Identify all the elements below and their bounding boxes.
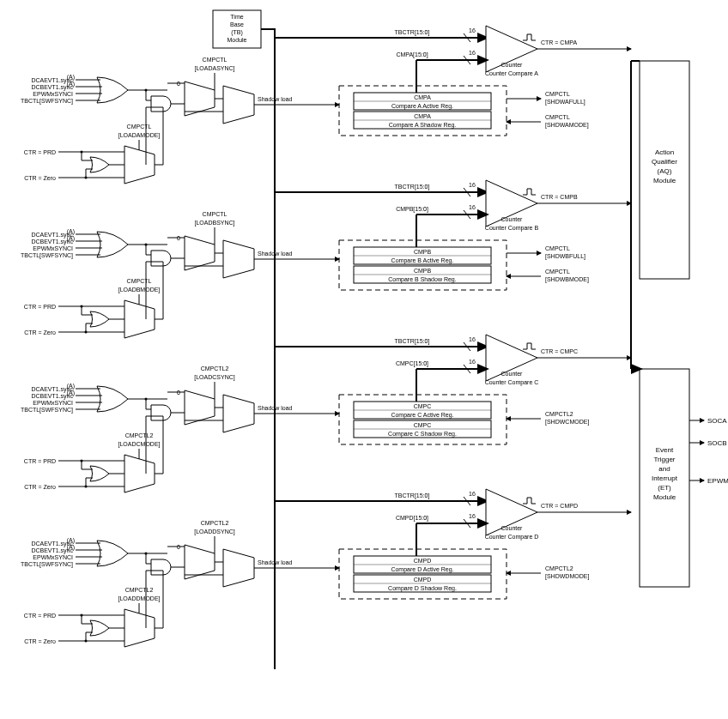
or-gate-lower: [90, 157, 109, 172]
ctrl2-line2: [SHDWAMODE]: [545, 122, 589, 129]
mux-sync: [185, 390, 215, 425]
ctr-zero-label: CTR = Zero: [24, 484, 56, 490]
active-bottom: Compare B Active Reg.: [391, 257, 454, 264]
ctrl2-line1: CMPCTL: [545, 269, 570, 275]
ctrl1-line2: [SHDWDMODE]: [545, 573, 589, 580]
mux-sync: [185, 236, 215, 270]
ctr-eq-label: CTR = CMPA: [541, 39, 577, 45]
active-bottom: Compare D Active Reg.: [391, 566, 453, 573]
cmp-signal-label: CMPC[15:0]: [396, 360, 428, 367]
ctrl2-group: CMPCTL [SHDWAMODE]: [507, 114, 589, 129]
mux-final: [223, 395, 254, 432]
shadow-bottom: Compare B Shadow Reg.: [388, 276, 456, 283]
mux-mode: [124, 609, 155, 647]
ctr-zero-label: CTR = Zero: [24, 329, 56, 335]
ctr-eq-label: CTR = CMPB: [541, 194, 578, 200]
epwmxsynci-label: EPWMxSYNCI: [33, 91, 73, 97]
active-bottom: Compare C Active Reg.: [391, 412, 453, 419]
tbctr-label: TBCTR[15:0]: [395, 492, 430, 499]
mode-label-2: [LOADCMODE]: [118, 441, 160, 448]
ctrl1-line2: [SHDWAFULL]: [545, 99, 585, 106]
ctrl1-group: CMPCTL [SHDWAFULL]: [507, 91, 585, 106]
tbctl-swfsync-label: TBCTL[SWFSYNC]: [21, 98, 73, 105]
aq-line4: Module: [653, 177, 676, 184]
sync-label-1: CMPCTL2: [201, 520, 229, 526]
or-gate: [97, 541, 128, 566]
sixteen-top: 16: [469, 27, 476, 33]
compare-section-d: DCAEVT1.sync (A) DCBEVT1.sync (A) EPWMxS…: [21, 489, 631, 669]
ctr-prd-label: CTR = PRD: [24, 613, 56, 619]
mode-label-2: [LOADBMODE]: [118, 287, 161, 293]
aq-line1: Action: [655, 148, 674, 156]
ctrl1-line1: CMPCTL2: [545, 565, 573, 571]
and-gate-upper: [151, 405, 171, 420]
shadow-bottom: Compare D Shadow Reg.: [388, 585, 457, 592]
cmp-signal-label: CMPD[15:0]: [396, 515, 428, 522]
cmp-signal-label: CMPA[15:0]: [396, 51, 428, 58]
dcaevt1-sup: (A): [67, 537, 75, 544]
ctrl2-group: CMPCTL [SHDWBMODE]: [507, 269, 589, 283]
tbctr-label: TBCTR[15:0]: [395, 29, 430, 36]
dcbevt1-sup: (A): [67, 544, 75, 551]
mux-final: [223, 86, 254, 124]
mux-mode: [124, 146, 155, 184]
ctrl1-line1: CMPCTL2: [545, 411, 573, 417]
or-gate-lower: [90, 466, 109, 481]
sync-label-1: CMPCTL: [203, 211, 228, 217]
counter-compare-top: Counter: [501, 216, 524, 222]
shadow-top: CMPC: [414, 422, 432, 428]
shadow-top: CMPD: [414, 577, 432, 583]
mux-final: [223, 240, 254, 278]
or-gate: [97, 386, 128, 412]
ctrl1-line2: [SHDWBFULL]: [545, 253, 585, 260]
sixteen-top: 16: [469, 491, 476, 497]
active-bottom: Compare A Active Reg.: [391, 103, 453, 110]
dcaevt1-sup: (A): [67, 383, 75, 390]
mode-label-1: CMPCTL: [127, 278, 152, 284]
shadow-top: CMPB: [414, 268, 432, 274]
ctrl2-line1: CMPCTL: [545, 114, 570, 120]
compare-section-c: DCAEVT1.sync (A) DCBEVT1.sync (A) EPWMxS…: [21, 335, 631, 515]
sixteen-bottom: 16: [469, 50, 476, 56]
ctr-eq-label: CTR = CMPC: [541, 348, 578, 354]
compare-section-a: DCAEVT1.sync (A) DCBEVT1.sync (A) EPWMxS…: [21, 26, 631, 206]
ctrl1-line1: CMPCTL: [545, 245, 570, 251]
and-gate-upper: [151, 96, 171, 112]
aq-line2: Qualifier: [652, 158, 677, 166]
counter-compare-bottom: Counter Compare B: [485, 225, 539, 232]
et-line3: and: [658, 465, 670, 473]
mode-label-2: [LOADAMODE]: [118, 132, 161, 139]
tbctl-swfsync-label: TBCTL[SWFSYNC]: [21, 252, 73, 259]
counter-compare-top: Counter: [501, 525, 524, 531]
sixteen-bottom: 16: [469, 359, 476, 365]
tb-line1: Time: [230, 14, 243, 20]
tb-line4: Module: [228, 37, 247, 43]
dcbevt1-sup: (A): [67, 235, 75, 242]
time-base-module: Time Base (TB) Module: [213, 10, 261, 48]
mode-label-1: CMPCTL2: [125, 432, 154, 438]
action-qualifier-module: Action Qualifier (AQ) Module: [640, 61, 689, 279]
and-gate-upper: [151, 559, 171, 575]
sixteen-top: 16: [469, 336, 476, 342]
dcbevt1-sup: (A): [67, 390, 75, 396]
sync-label-2: [LOADCSYNC]: [194, 374, 235, 381]
sync-label-1: CMPCTL2: [201, 366, 229, 372]
et-line1: Event: [656, 446, 674, 454]
tb-line3: (TB): [231, 29, 243, 36]
or-gate: [97, 232, 128, 257]
ctrl2-line2: [SHDWBMODE]: [545, 276, 589, 283]
sync-label-1: CMPCTL: [203, 57, 228, 63]
mux-mode: [124, 455, 155, 492]
ctrl1-line1: CMPCTL: [545, 91, 570, 97]
active-top: CMPC: [414, 403, 432, 409]
counter-compare-top: Counter: [501, 62, 524, 68]
shadow-bottom: Compare C Shadow Reg.: [388, 431, 457, 438]
active-top: CMPD: [414, 558, 432, 564]
or-gate-lower: [90, 311, 109, 327]
cmp-signal-label: CMPB[15:0]: [396, 206, 428, 213]
tbctr-label: TBCTR[15:0]: [395, 338, 430, 345]
sixteen-top: 16: [469, 182, 476, 188]
sync-label-2: [LOADDSYNC]: [194, 529, 235, 535]
mux-sync: [185, 82, 215, 116]
mux-mode: [124, 300, 155, 338]
